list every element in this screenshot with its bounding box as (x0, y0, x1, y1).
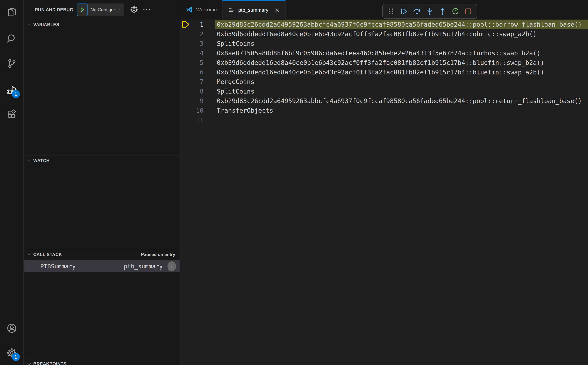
tab-label: Welcome (196, 7, 217, 13)
code-line-4[interactable]: 4 0x8ae871505a80d8bf6bf9c05906cda6edfeea… (180, 48, 588, 58)
sidebar-title: RUN AND DEBUG (35, 7, 73, 12)
line-number: 6 (191, 67, 204, 77)
glyph-margin[interactable] (180, 29, 191, 39)
tab-label: ptb_summary (238, 7, 269, 13)
step-into-icon[interactable] (424, 6, 436, 17)
vscode-window: 1 (0, 0, 588, 365)
variables-section-header[interactable]: VARIABLES (24, 20, 180, 30)
line-number: 2 (191, 29, 204, 39)
sidebar-header: RUN AND DEBUG No Configur (24, 0, 180, 20)
more-actions-icon[interactable]: ··· (143, 7, 151, 13)
glyph-margin[interactable] (180, 87, 191, 96)
call-stack-section: CALL STACK Paused on entry PTBSummary pt… (24, 249, 180, 358)
debug-config-pill: No Configur (77, 3, 124, 16)
code-line-1[interactable]: 1 0xb29d83c26cdd2a64959263abbcfc4a6937f0… (180, 20, 588, 29)
gear-icon[interactable]: 1 (6, 347, 18, 359)
line-number: 3 (191, 39, 204, 48)
run-and-debug-icon[interactable]: 1 (6, 84, 18, 96)
accounts-icon[interactable] (6, 322, 18, 334)
line-number: 8 (191, 87, 204, 96)
line-text: MergeCoins (204, 77, 255, 87)
chevron-down-icon (27, 22, 31, 27)
tab-ptb-summary[interactable]: ptb_summary (222, 0, 285, 20)
restart-icon[interactable] (450, 6, 461, 17)
breakpoints-section-header[interactable]: BREAKPOINTS (24, 359, 180, 365)
chevron-down-icon (117, 7, 121, 12)
continue-icon[interactable] (398, 6, 410, 17)
line-text: 0xb39d6dddedd16ed8a40ce0b1e6b43c92acf0ff… (204, 29, 537, 39)
line-number: 11 (191, 115, 204, 125)
debug-settings-gear-icon[interactable] (130, 6, 138, 14)
debug-session-badge: 1 (12, 90, 20, 98)
breakpoints-section: BREAKPOINTS (24, 358, 180, 365)
source-control-icon[interactable] (6, 57, 18, 69)
chevron-down-icon (27, 362, 31, 365)
config-dropdown-label: No Configur (91, 7, 115, 13)
code-line-9[interactable]: 9 0xb29d83c26cdd2a64959263abbcfc4a6937f0… (180, 96, 588, 106)
glyph-margin[interactable] (180, 77, 191, 87)
call-stack-frame-row[interactable]: PTBSummary ptb_summary 1 (24, 260, 180, 272)
line-text: 0xb29d83c26cdd2a64959263abbcfc4a6937f0c9… (204, 96, 582, 106)
debug-current-line-arrow-icon[interactable] (180, 20, 191, 29)
glyph-margin[interactable] (180, 48, 191, 58)
line-text: TransferObjects (204, 106, 273, 115)
variables-section: VARIABLES (24, 20, 180, 155)
vscode-logo-icon (186, 6, 193, 13)
code-line-11[interactable]: 11 (180, 115, 588, 125)
code-line-8[interactable]: 8 SplitCoins (180, 87, 588, 96)
glyph-margin[interactable] (180, 39, 191, 48)
paused-status: Paused on entry (141, 252, 175, 257)
glyph-margin[interactable] (180, 115, 191, 125)
code-editor[interactable]: 1 0xb29d83c26cdd2a64959263abbcfc4a6937f0… (180, 20, 588, 365)
line-text: SplitCoins (204, 87, 255, 96)
code-line-5[interactable]: 5 0xb39d6dddedd16ed8a40ce0b1e6b43c92acf0… (180, 58, 588, 67)
code-line-6[interactable]: 6 0xb39d6dddedd16ed8a40ce0b1e6b43c92acf0… (180, 67, 588, 77)
search-icon[interactable] (6, 33, 18, 44)
line-text: 0xb39d6dddedd16ed8a40ce0b1e6b43c92acf0ff… (204, 67, 544, 77)
watch-section: WATCH (24, 155, 180, 249)
debug-toolbar (382, 4, 477, 19)
code-line-3[interactable]: 3 SplitCoins (180, 39, 588, 48)
run-and-debug-sidebar: RUN AND DEBUG No Configur (24, 0, 180, 365)
glyph-margin[interactable] (180, 67, 191, 77)
frame-badge: 1 (168, 261, 176, 271)
frame-name: PTBSummary (40, 263, 76, 270)
toolbar-drag-handle[interactable] (385, 6, 397, 17)
code-line-7[interactable]: 7 MergeCoins (180, 77, 588, 87)
line-text: 0x8ae871505a80d8bf6bf9c05906cda6edfeea46… (204, 48, 540, 58)
extensions-icon[interactable] (6, 109, 18, 121)
code-line-10[interactable]: 10 TransferObjects (180, 106, 588, 115)
frame-source: ptb_summary (124, 263, 163, 270)
line-number: 10 (191, 106, 204, 115)
glyph-margin[interactable] (180, 106, 191, 115)
step-over-icon[interactable] (411, 6, 423, 17)
activity-bar: 1 (0, 0, 23, 365)
glyph-margin[interactable] (180, 58, 191, 67)
chevron-down-icon (27, 252, 31, 257)
call-stack-section-header[interactable]: CALL STACK Paused on entry (24, 249, 180, 260)
line-number: 4 (191, 48, 204, 58)
config-dropdown[interactable]: No Configur (88, 3, 124, 16)
step-out-icon[interactable] (437, 6, 448, 17)
line-text: SplitCoins (204, 39, 255, 48)
code-line-2[interactable]: 2 0xb39d6dddedd16ed8a40ce0b1e6b43c92acf0… (180, 29, 588, 39)
line-text: 0xb29d83c26cdd2a64959263abbcfc4a6937f0c9… (204, 20, 582, 29)
tab-welcome[interactable]: Welcome (180, 0, 222, 20)
chevron-down-icon (27, 158, 31, 163)
stop-icon[interactable] (462, 6, 474, 17)
file-list-icon (228, 7, 235, 14)
explorer-icon[interactable] (6, 6, 18, 18)
settings-badge: 1 (12, 353, 20, 361)
start-debugging-button[interactable] (77, 3, 88, 16)
watch-section-header[interactable]: WATCH (24, 155, 180, 166)
line-text (204, 115, 217, 125)
line-number: 9 (191, 96, 204, 106)
line-number: 7 (191, 77, 204, 87)
glyph-margin[interactable] (180, 96, 191, 106)
line-number: 1 (191, 20, 204, 29)
close-icon[interactable] (274, 7, 280, 13)
editor-group: Welcome ptb_summary (180, 0, 588, 365)
line-number: 5 (191, 58, 204, 67)
line-text: 0xb39d6dddedd16ed8a40ce0b1e6b43c92acf0ff… (204, 58, 544, 67)
